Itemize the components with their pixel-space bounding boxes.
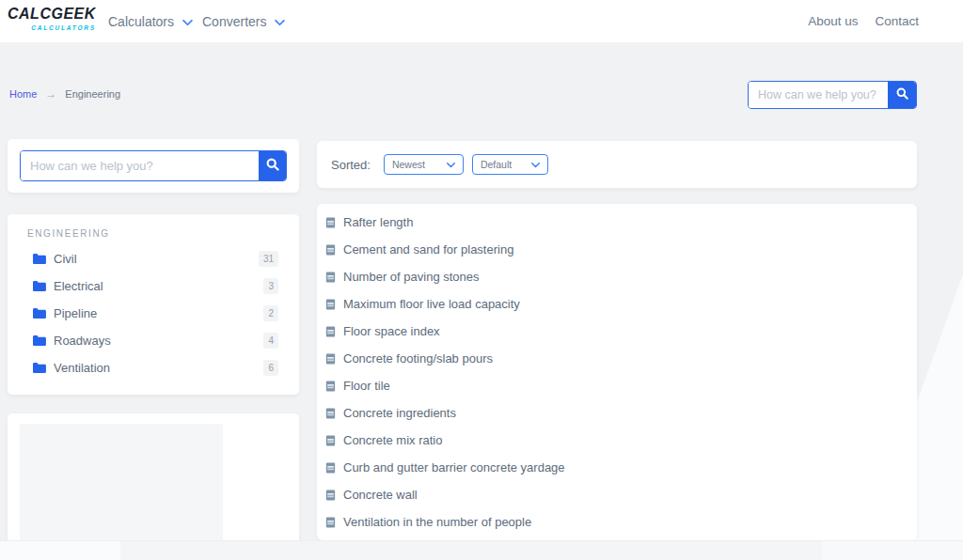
calculator-link[interactable]: Ventilation in the number of people (317, 508, 917, 536)
logo[interactable]: CALCGEEK CALCULATORS (8, 7, 96, 31)
nav-converters-label: Converters (202, 14, 266, 29)
sidebar-item-pipeline[interactable]: Pipeline 2 (8, 300, 299, 327)
calculator-icon (324, 298, 337, 311)
category-label: Pipeline (54, 306, 263, 320)
logo-title: CALCGEEK (8, 7, 96, 22)
calculator-label: Cement and sand for plastering (343, 242, 513, 257)
chevron-down-icon (182, 14, 193, 29)
breadcrumb-arrow-icon: → (45, 87, 56, 101)
calculator-link[interactable]: Concrete wall (317, 481, 917, 508)
sidebar-item-electrical[interactable]: Electrical 3 (8, 272, 299, 300)
bottom-strip-left (0, 541, 120, 560)
calculator-link[interactable]: Maximum floor live load capacity (317, 290, 917, 318)
category-label: Electrical (54, 279, 263, 293)
category-count-badge: 3 (263, 278, 278, 294)
calculator-icon (324, 380, 337, 393)
calculator-icon (324, 352, 337, 366)
category-count-badge: 31 (259, 251, 278, 267)
nav-calculators-label: Calculators (108, 14, 174, 29)
sort-select-value: Default (481, 159, 512, 170)
folder-icon (32, 253, 46, 265)
top-search-button[interactable] (888, 82, 916, 108)
sidebar-search-button[interactable] (259, 151, 286, 180)
sort-select-default[interactable]: Default (472, 154, 548, 175)
search-icon (266, 158, 279, 174)
category-count-badge: 2 (263, 305, 278, 321)
sort-select-value: Newest (392, 159, 425, 170)
breadcrumb: Home → Engineering (9, 87, 120, 101)
calculator-label: Concrete wall (343, 488, 418, 502)
sidebar-item-roadways[interactable]: Roadways 4 (8, 327, 299, 354)
calculator-label: Concrete mix ratio (343, 433, 442, 447)
header: CALCGEEK CALCULATORS Calculators Convert… (0, 0, 963, 42)
calculator-icon (324, 516, 337, 529)
search-icon (896, 87, 908, 102)
bottom-strip (0, 540, 963, 560)
calculator-link[interactable]: Floor tile (317, 372, 917, 399)
calculator-icon (324, 271, 337, 284)
bottom-strip-right (822, 541, 963, 560)
category-group-title: ENGINEERING (8, 214, 299, 239)
sidebar-search-input[interactable] (21, 151, 259, 180)
calculator-link[interactable]: Concrete mix ratio (317, 427, 917, 454)
calculator-icon (324, 489, 337, 502)
top-search (748, 81, 917, 109)
sort-bar: Sorted: Newest Default (317, 141, 917, 188)
category-label: Ventilation (54, 361, 263, 375)
calculator-label: Rafter length (343, 215, 413, 229)
calculator-label: Ventilation in the number of people (343, 515, 531, 529)
calculator-label: Floor tile (343, 379, 390, 393)
calculator-icon (324, 243, 337, 257)
folder-icon (32, 334, 46, 347)
calculator-label: Curb and gutter barrier concrete yardage (343, 460, 565, 474)
sidebar-item-civil[interactable]: Civil 31 (8, 245, 299, 272)
chevron-down-icon (531, 159, 540, 170)
category-list: Civil 31 Electrical 3 Pipeline 2 Roadway… (8, 245, 299, 381)
header-links: About us Contact (808, 0, 919, 42)
category-card: ENGINEERING Civil 31 Electrical 3 Pipeli… (8, 214, 299, 395)
sort-select-newest[interactable]: Newest (384, 154, 464, 175)
chevron-down-icon (275, 14, 285, 29)
chevron-down-icon (447, 159, 455, 170)
folder-icon (32, 307, 46, 319)
calculator-icon (324, 461, 337, 474)
nav-calculators[interactable]: Calculators (108, 0, 193, 42)
calculator-link[interactable]: Concrete ingredients (317, 399, 917, 427)
calculator-label: Floor space index (343, 324, 440, 338)
calculator-link[interactable]: Rafter length (317, 209, 917, 236)
logo-subtitle: CALCULATORS (8, 24, 96, 31)
breadcrumb-current: Engineering (65, 88, 120, 100)
sidebar-search (20, 150, 287, 181)
calculator-label: Concrete ingredients (343, 406, 456, 420)
calculator-link[interactable]: Cement and sand for plastering (317, 236, 917, 263)
calculator-label: Number of paving stones (343, 270, 480, 284)
sort-label: Sorted: (331, 158, 371, 172)
calculator-link[interactable]: Concrete footing/slab pours (317, 345, 917, 372)
category-label: Roadways (54, 334, 263, 348)
top-search-input[interactable] (749, 82, 888, 108)
sidebar-item-ventilation[interactable]: Ventilation 6 (8, 354, 299, 381)
breadcrumb-home-link[interactable]: Home (9, 88, 37, 100)
folder-icon (32, 362, 46, 374)
calculator-icon (324, 434, 337, 447)
sidebar-search-card (8, 139, 299, 193)
category-count-badge: 4 (263, 333, 278, 349)
calculator-link[interactable]: Floor space index (317, 318, 917, 345)
calculator-icon (324, 407, 337, 420)
page-body: Home → Engineering ENGINEERING (0, 42, 963, 540)
category-label: Civil (54, 252, 259, 266)
calculator-icon (324, 216, 337, 229)
category-count-badge: 6 (263, 360, 278, 376)
calculator-label: Maximum floor live load capacity (343, 297, 520, 311)
nav-converters[interactable]: Converters (202, 0, 285, 42)
link-about-us[interactable]: About us (808, 14, 858, 28)
calculator-link[interactable]: Curb and gutter barrier concrete yardage (317, 454, 917, 481)
calculator-list-card: Rafter length Cement and sand for plaste… (317, 204, 917, 540)
calculator-icon (324, 325, 337, 338)
promo-card (8, 413, 299, 540)
folder-icon (32, 280, 46, 292)
promo-image-placeholder (20, 424, 223, 540)
calculator-link[interactable]: Number of paving stones (317, 263, 917, 290)
calculator-label: Concrete footing/slab pours (343, 351, 493, 366)
link-contact[interactable]: Contact (875, 14, 919, 28)
